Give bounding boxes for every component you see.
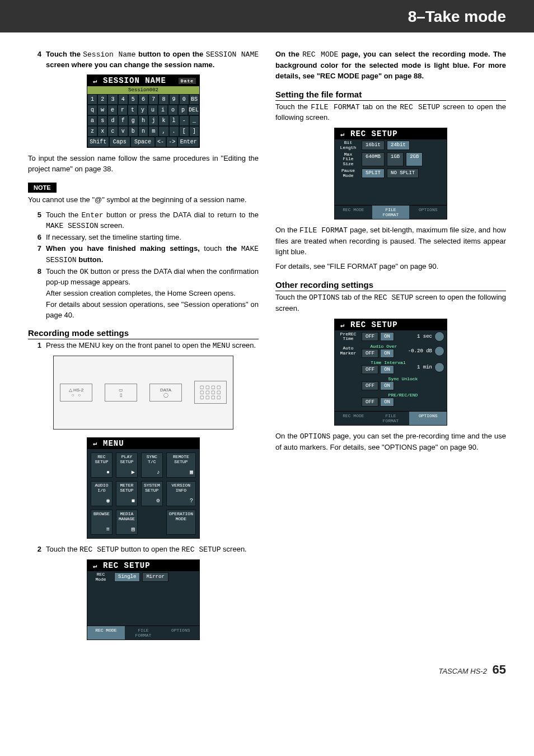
kb-key: t: [128, 105, 138, 115]
kb-key: b: [128, 126, 138, 137]
menu-icon: ≡: [106, 526, 110, 533]
option-cell: OFF: [362, 349, 378, 358]
kb-key: f: [118, 115, 128, 126]
kb-key: l: [169, 115, 179, 126]
kb-titlebar: ↵ SESSION NAME Date: [87, 75, 199, 86]
kb-key: <-: [155, 137, 166, 147]
menu-cell: METER SETUP■: [116, 481, 138, 506]
option-cell: 24bit: [387, 141, 410, 150]
kb-key: 5: [128, 94, 138, 105]
file-after-1: On the FILE FORMAT page, set bit-length,…: [275, 225, 506, 258]
option-cell: ON: [380, 381, 394, 390]
rm-step-2: 2 Touch the REC SETUP button to open the…: [28, 544, 259, 555]
file-format-p: Touch the FILE FORMAT tab on the REC SET…: [275, 102, 506, 124]
kb-key: 6: [138, 94, 148, 105]
kb-key: DEL: [188, 105, 199, 115]
menu-icon: ♪: [157, 469, 160, 475]
kb-key: a: [87, 115, 97, 126]
note-text: You cannot use the "@" symbol at the beg…: [28, 195, 259, 206]
row-value: 1 sec: [417, 332, 444, 342]
option-cell: SPLIT: [362, 169, 385, 178]
menu-cell: REMOTE SETUP▦: [166, 452, 196, 478]
kb-key: r: [118, 105, 128, 115]
option-cell: 640MB: [362, 152, 385, 166]
menu-cell: BROWSE≡: [91, 510, 113, 535]
row-label: Bit Length: [337, 141, 359, 150]
menu-cell: AUDIO I/O◉: [91, 481, 113, 506]
menu-cell: PLAY SETUP▶: [116, 452, 138, 478]
kb-key: 7: [148, 94, 158, 105]
menu-cell: SYSTEM SETUP⚙: [141, 481, 163, 506]
subhead-recording-mode: Recording mode settings: [28, 328, 259, 339]
step-4: 4 Touch the Session Name button to open …: [28, 49, 259, 70]
row-value: 1 min: [417, 362, 444, 372]
date-badge: Date: [179, 78, 196, 84]
rec-tabs: REC MODE FILE FORMAT OPTIONS: [87, 626, 199, 640]
option-cell: OFF: [362, 398, 378, 407]
fp-buttons: ▢ ▢ ▢ ▢▢ ▢ ▢ ▢▢ ▢ ▢ ▢: [194, 381, 227, 404]
kb-key: BS: [189, 94, 199, 105]
option-cell: NO SPLIT: [387, 169, 419, 178]
step-8a: After session creation completes, the Ho…: [46, 288, 259, 298]
step-8: 8 Touch the OK button or press the DATA …: [28, 267, 259, 287]
kb-key: v: [118, 126, 128, 137]
kb-key: -: [179, 115, 189, 126]
kb-key: s: [97, 115, 107, 126]
menu-cell: VERSION INFO?: [166, 481, 196, 506]
option-cell: OFF: [362, 332, 378, 341]
kb-key: 9: [169, 94, 179, 105]
rec-setup-fileformat-screenshot: ↵ REC SETUP Bit Length16bit24bitMax File…: [334, 128, 447, 220]
kb-key: ]: [189, 126, 199, 137]
step-5: 5 Touch the Enter button or press the DA…: [28, 210, 259, 231]
kb-key: 8: [158, 94, 168, 105]
back-icon: ↵: [338, 321, 347, 329]
kb-key: i: [158, 105, 168, 115]
kb-key: [: [179, 126, 189, 137]
fp-dial: DATA◯: [149, 384, 182, 402]
other-p: Touch the OPTIONS tab of the REC SETUP s…: [275, 292, 506, 314]
option-cell: ON: [380, 398, 394, 407]
knob-icon: [434, 332, 444, 342]
back-icon: ↵: [91, 77, 100, 85]
subhead-file-format: Setting the file format: [275, 90, 506, 101]
kb-key: g: [128, 115, 138, 126]
front-panel-diagram: △ HS-2○ ○ ▭▯ DATA◯ ▢ ▢ ▢ ▢▢ ▢ ▢ ▢▢ ▢ ▢ ▢: [53, 356, 233, 430]
kb-key: w: [97, 105, 107, 115]
kb-key: 3: [107, 94, 118, 105]
row-label: PreREC Time: [337, 332, 359, 342]
kb-key: _: [189, 115, 199, 126]
menu-icon: ◉: [106, 498, 110, 504]
option-cell: OFF: [362, 365, 378, 374]
kb-key: 1: [87, 94, 97, 105]
input-instructions: To input the session name follow the sam…: [28, 153, 259, 175]
option-cell: 16bit: [362, 141, 385, 150]
footer-model: TASCAM HS-2: [438, 667, 486, 675]
menu-icon: ⚙: [157, 498, 160, 504]
option-cell: ON: [380, 332, 394, 341]
rec-setup-options-screenshot: ↵ REC SETUP PreREC TimeOFFON1 secAuto Ma…: [334, 319, 447, 426]
rec-mode-intro: On the REC MODE page, you can select the…: [275, 49, 506, 82]
kb-key: Enter: [177, 137, 199, 147]
kb-key: Space: [130, 137, 155, 147]
kb-key: e: [107, 105, 118, 115]
kb-key: 4: [118, 94, 128, 105]
menu-cell: SYNC T/C♪: [141, 452, 163, 478]
fp-slot: ▭▯: [105, 384, 137, 402]
knob-icon: [434, 362, 444, 372]
menu-icon: ■: [132, 498, 135, 504]
kb-key: p: [178, 105, 188, 115]
kb-key: Shift: [87, 137, 109, 147]
row-head: Time Interval: [362, 360, 415, 365]
kb-key: Caps: [109, 137, 131, 147]
step-7: 7 When you have finished making settings…: [28, 244, 259, 265]
kb-key: 0: [179, 94, 189, 105]
kb-key: z: [87, 126, 97, 137]
option-cell: 2GB: [406, 152, 423, 166]
rm-step-1: 1 Press the MENU key on the front panel …: [28, 340, 259, 351]
fp-label: △ HS-2○ ○: [60, 384, 92, 402]
kb-key: 2: [97, 94, 107, 105]
kb-key: u: [148, 105, 158, 115]
row-head: PRE/REC/END: [362, 393, 444, 398]
page-body: 4 Touch the Session Name button to open …: [0, 32, 534, 651]
options-after: On the OPTIONS page, you can set the pre…: [275, 431, 506, 453]
